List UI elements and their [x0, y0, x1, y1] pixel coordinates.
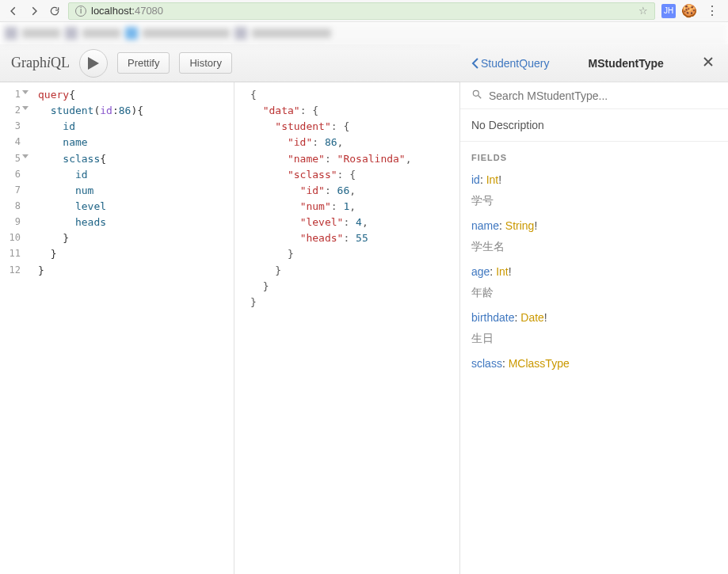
prettify-button[interactable]: Prettify	[117, 52, 170, 74]
graphiql-logo: GraphiQL	[11, 55, 70, 71]
forward-icon[interactable]	[27, 4, 41, 18]
execute-button[interactable]	[79, 49, 108, 78]
field-desc-birthdate: 生日	[460, 329, 728, 352]
result-pane: { "data": { "student": { "id": 86, "name…	[234, 82, 460, 574]
svg-point-0	[473, 90, 478, 96]
query-editor[interactable]: 123456789101112 query{ student(id:86){ i…	[0, 82, 234, 574]
doc-search-input[interactable]	[489, 89, 717, 102]
result-json: { "data": { "student": { "id": 86, "name…	[239, 87, 459, 310]
site-info-icon[interactable]: i	[75, 6, 86, 17]
doc-description: No Description	[460, 109, 728, 142]
extension-jh-icon[interactable]: JH	[661, 4, 676, 18]
fields-heading: FIELDS	[460, 142, 728, 169]
field-desc-name: 学生名	[460, 237, 728, 260]
doc-search[interactable]	[460, 82, 728, 109]
bookmarks-bar	[0, 22, 728, 44]
field-age[interactable]: age: Int!	[460, 260, 728, 283]
url-host: localhost:47080	[91, 5, 163, 17]
field-name[interactable]: name: String!	[460, 215, 728, 237]
doc-header: StudentQuery MStudentType	[460, 44, 728, 82]
field-sclass[interactable]: sclass: MClassType	[460, 352, 728, 374]
field-desc-age: 年龄	[460, 283, 728, 306]
bookmark-star-icon[interactable]: ☆	[638, 5, 648, 17]
main-split: 123456789101112 query{ student(id:86){ i…	[0, 82, 728, 574]
chrome-menu-icon[interactable]: ⋮	[703, 3, 722, 18]
history-button[interactable]: History	[179, 52, 231, 74]
browser-toolbar: i localhost:47080 ☆ JH 🍪 ⋮	[0, 0, 728, 22]
field-desc-id: 学号	[460, 191, 728, 215]
fields-list: id: Int!学号name: String!学生名age: Int!年龄bir…	[460, 169, 728, 374]
back-icon[interactable]	[6, 4, 21, 18]
doc-back-button[interactable]: StudentQuery	[471, 57, 549, 70]
field-id[interactable]: id: Int!	[460, 169, 728, 191]
query-code[interactable]: query{ student(id:86){ id name sclass{ i…	[25, 82, 143, 574]
reload-icon[interactable]	[48, 4, 62, 18]
extension-cookie-icon[interactable]: 🍪	[682, 4, 696, 18]
line-gutter: 123456789101112	[0, 82, 25, 574]
doc-title: MStudentType	[549, 57, 703, 70]
doc-explorer: StudentQuery MStudentType No Description…	[460, 82, 728, 574]
close-icon[interactable]	[703, 56, 717, 70]
address-bar[interactable]: i localhost:47080 ☆	[68, 2, 655, 20]
search-icon	[471, 89, 482, 102]
field-birthdate[interactable]: birthdate: Date!	[460, 306, 728, 329]
